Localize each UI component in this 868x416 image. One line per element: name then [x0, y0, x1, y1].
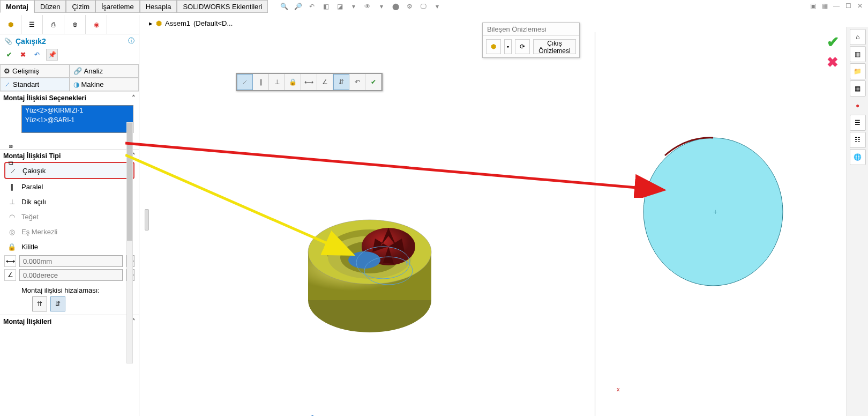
entity-filter-icon[interactable]: ⎄ — [4, 139, 17, 152]
view-palette-icon[interactable]: ▦ — [850, 80, 866, 96]
preview-part-icon[interactable]: ⬢ — [486, 39, 501, 54]
task-pane: ⌂ ▥ 📁 ▦ ● ☰ ☷ 🌐 — [847, 27, 868, 416]
display-dropdown-icon[interactable]: ▾ — [348, 1, 359, 12]
zoom-area-icon[interactable]: 🔎 — [293, 1, 303, 12]
ctx-undo-icon[interactable]: ↶ — [349, 74, 365, 90]
ctx-lock-icon[interactable]: 🔒 — [285, 74, 301, 90]
design-library-icon[interactable]: ▥ — [850, 46, 866, 62]
align-opposite-icon[interactable]: ⇵ — [50, 296, 65, 311]
preview-sync-icon[interactable]: ⟳ — [515, 39, 530, 54]
distance-input[interactable] — [19, 255, 123, 267]
cancel-button[interactable]: ✖ — [18, 50, 28, 60]
pushpin-icon[interactable]: 📌 — [46, 49, 58, 61]
zoom-fit-icon[interactable]: 🔍 — [279, 1, 289, 12]
ctx-ok-icon[interactable]: ✔ — [365, 74, 381, 90]
property-actions: ✔ ✖ ↶ 📌 — [0, 48, 139, 64]
hide-show-icon[interactable]: 👁 — [362, 1, 373, 12]
subtab-makine[interactable]: ◑Makine — [70, 78, 139, 91]
property-manager-icon[interactable]: ☰ — [21, 15, 43, 34]
angle-row: ∠ ▲▼ — [0, 268, 139, 282]
win-min-icon[interactable]: — — [832, 1, 841, 11]
win-close-icon[interactable]: ✕ — [855, 1, 865, 11]
command-manager-tabs: Montaj Düzen Çizim İşaretleme Hesapla SO… — [0, 0, 268, 13]
appearances-icon[interactable]: ● — [850, 98, 866, 114]
ctx-perpendicular-icon[interactable]: ⊥ — [269, 74, 285, 90]
exit-preview-button[interactable]: Çıkış Önizlemesi — [533, 39, 576, 54]
breadcrumb-arrow-icon[interactable]: ▸ — [149, 19, 153, 27]
confirm-cancel-icon[interactable]: ✖ — [827, 54, 839, 71]
model-3d: + — [300, 193, 439, 338]
concentric-icon: ◎ — [6, 226, 17, 237]
ctx-flip-icon[interactable]: ⇵ — [333, 74, 349, 90]
prev-view-icon[interactable]: ↶ — [306, 1, 317, 12]
ctx-angle-icon[interactable]: ∠ — [317, 74, 333, 90]
perpendicular-icon: ⊥ — [6, 196, 17, 207]
forum-icon[interactable]: ☷ — [850, 132, 866, 148]
ok-button[interactable]: ✔ — [4, 50, 14, 60]
breadcrumb-doc[interactable]: Assem1 — [165, 19, 190, 27]
subtab-gelismis[interactable]: ⚙Gelişmiş — [0, 64, 70, 78]
tab-cizim[interactable]: Çizim — [66, 0, 95, 13]
selection-row-1[interactable]: Yüz<2>@KIRMIZI-1 — [22, 106, 133, 115]
group-mate-type[interactable]: Montaj İlişkisi Tipi˄ — [0, 149, 139, 162]
panel-scrollbar[interactable] — [126, 122, 133, 363]
scene-icon[interactable]: ⚙ — [404, 1, 415, 12]
help-icon[interactable]: ⓘ — [128, 36, 134, 46]
tab-isaretleme[interactable]: İşaretleme — [95, 0, 140, 13]
display-manager-icon[interactable]: ◉ — [86, 15, 107, 34]
resources-icon[interactable]: 🌐 — [850, 149, 866, 165]
svg-point-7 — [348, 251, 380, 269]
mate-parallel[interactable]: ∥Paralel — [4, 179, 134, 194]
tab-eklenti[interactable]: SOLIDWORKS Eklentileri — [177, 0, 268, 13]
selection-row-2[interactable]: Yüz<1>@SARI-1 — [22, 115, 133, 125]
win-max-icon[interactable]: ☐ — [843, 1, 853, 11]
group-mate-selections[interactable]: Montaj İlişkisi Seçenekleri˄ — [0, 91, 139, 104]
preview-viewport[interactable]: + x — [595, 32, 841, 416]
mech-icon: ◑ — [73, 80, 79, 88]
section-icon[interactable]: ◧ — [320, 1, 331, 12]
multi-mate-icon[interactable]: ⧉ — [4, 157, 17, 169]
custom-props-icon[interactable]: ☰ — [850, 115, 866, 131]
subtab-standart[interactable]: ⟋Standart — [0, 78, 70, 91]
property-title: Çakışık2 — [16, 37, 46, 46]
mate-lock[interactable]: 🔒Kilitle — [4, 239, 134, 254]
confirm-ok-icon[interactable]: ✔ — [827, 33, 839, 51]
win-tile-icon[interactable]: ▣ — [808, 1, 818, 11]
breadcrumb: ▸ ⬢ Assem1 (Default<D... — [149, 19, 233, 27]
mate-perpendicular[interactable]: ⊥Dik açılı — [4, 194, 134, 209]
mate-concentric[interactable]: ◎Eş Merkezli — [4, 224, 134, 239]
ctx-coincident-icon[interactable]: ⟋ — [237, 74, 253, 90]
panel-nav-icons: ⬢ ☰ ⎙ ⊕ ◉ — [0, 15, 139, 34]
group-mates[interactable]: Montaj İlişkileri˄ — [0, 315, 139, 328]
split-handle[interactable] — [145, 209, 149, 231]
hide-dropdown-icon[interactable]: ▾ — [376, 1, 387, 12]
align-same-icon[interactable]: ⇈ — [32, 296, 47, 311]
mate-tangent[interactable]: ◠Teğet — [4, 209, 134, 224]
mate-type-list: ⟋Çakışık ∥Paralel ⊥Dik açılı ◠Teğet ◎Eş … — [0, 162, 139, 254]
tab-montaj[interactable]: Montaj — [0, 0, 34, 13]
display-style-icon[interactable]: ◪ — [334, 1, 345, 12]
tab-hesapla[interactable]: Hesapla — [140, 0, 177, 13]
appearance-icon[interactable]: ⬤ — [390, 1, 401, 12]
view-settings-icon[interactable]: 🖵 — [418, 1, 429, 12]
distance-row: ⟷ ▲▼ — [0, 254, 139, 268]
feature-tree-icon[interactable]: ⬢ — [0, 15, 21, 34]
file-explorer-icon[interactable]: 📁 — [850, 63, 866, 79]
win-cascade-icon[interactable]: ▦ — [820, 1, 829, 11]
heads-up-toolbar: 🔍 🔎 ↶ ◧ ◪ ▾ 👁 ▾ ⬤ ⚙ 🖵 ▾ — [279, 1, 443, 12]
config-manager-icon[interactable]: ⎙ — [43, 15, 64, 34]
ctx-distance-icon[interactable]: ⟷ — [301, 74, 317, 90]
tab-duzen[interactable]: Düzen — [34, 0, 66, 13]
mate-selection-list[interactable]: Yüz<2>@KIRMIZI-1 Yüz<1>@SARI-1 — [21, 105, 133, 133]
ctx-parallel-icon[interactable]: ∥ — [253, 74, 269, 90]
undo-icon[interactable]: ↶ — [32, 50, 42, 60]
chevron-up-icon[interactable]: ˄ — [132, 94, 136, 102]
mate-coincident[interactable]: ⟋Çakışık — [4, 162, 134, 179]
home-icon[interactable]: ⌂ — [850, 29, 866, 45]
dimxpert-icon[interactable]: ⊕ — [64, 15, 86, 34]
standard-icon: ⟋ — [4, 80, 11, 88]
view-dropdown-icon[interactable]: ▾ — [432, 1, 443, 12]
subtab-analiz[interactable]: 🔗Analiz — [70, 64, 139, 78]
preview-dropdown-icon[interactable]: ▾ — [504, 39, 512, 54]
angle-input[interactable] — [19, 269, 123, 281]
